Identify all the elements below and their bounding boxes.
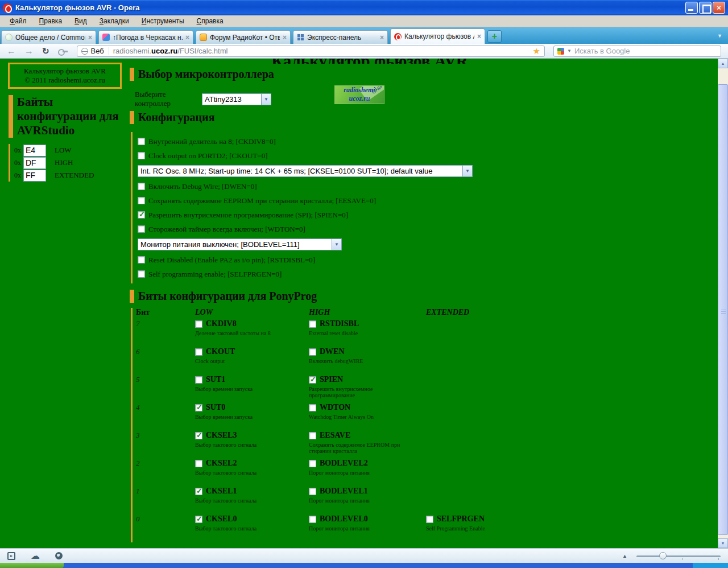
checkbox[interactable]: [138, 138, 145, 145]
config-option[interactable]: Clock output on PORTD2; [CKOUT=0]: [138, 149, 506, 163]
byte-row: 0x LOW: [14, 144, 94, 157]
config-select[interactable]: Монитор питания выключен; [BODLEVEL=111]…: [138, 238, 342, 250]
tab-close-icon[interactable]: ×: [283, 34, 287, 42]
search-field[interactable]: ▼: [553, 46, 721, 57]
fuse-checkbox[interactable]: [309, 376, 316, 384]
close-button[interactable]: ×: [713, 2, 725, 14]
scrollbar-thumb[interactable]: [718, 84, 728, 535]
tab-close-icon[interactable]: ×: [88, 34, 92, 42]
fuse-checkbox[interactable]: [309, 488, 316, 495]
new-tab-button[interactable]: +: [487, 30, 502, 43]
url-text: radioshemi.ucoz.ru/FUSI/calc.html: [113, 47, 228, 55]
config-select[interactable]: Int. RC Osc. 8 MHz; Start-up time: 14 CK…: [138, 165, 473, 177]
maximize-button[interactable]: [699, 2, 712, 14]
zoom-slider[interactable]: [636, 552, 721, 560]
mcu-select[interactable]: ATtiny2313 ▼: [202, 93, 271, 105]
menu-item[interactable]: Файл: [5, 16, 32, 26]
scroll-down-icon[interactable]: ▼: [718, 538, 728, 548]
address-field[interactable]: Веб radioshemi.ucoz.ru/FUSI/calc.html ★: [77, 46, 545, 57]
tab[interactable]: Форум РадиоКот • Отв... ×: [196, 30, 291, 44]
fuse-name: CKSEL0: [206, 515, 237, 524]
menu-item[interactable]: Инструменты: [136, 16, 189, 26]
byte-input[interactable]: [23, 170, 46, 182]
byte-input[interactable]: [23, 145, 46, 157]
fuse-checkbox[interactable]: [195, 516, 202, 523]
back-button[interactable]: ←: [7, 47, 16, 56]
config-option[interactable]: Сохранять содержимое EEPROM при стирании…: [138, 194, 506, 208]
fuse-checkbox[interactable]: [426, 516, 433, 523]
panels-toggle-icon[interactable]: ▸: [7, 552, 15, 560]
fuse-checkbox[interactable]: [309, 516, 316, 523]
menu-item[interactable]: Справка: [192, 16, 229, 26]
fuse-name: CKDIV8: [206, 319, 237, 328]
fuse-checkbox[interactable]: [195, 320, 202, 328]
byte-input[interactable]: [23, 157, 46, 169]
chevron-down-icon[interactable]: ▼: [261, 94, 271, 105]
config-option[interactable]: Reset Disabled (Enable PA2 as i/o pin); …: [138, 253, 506, 267]
fuse-description: Выбор времени запуска: [195, 386, 304, 392]
config-section-heading: Конфигурация: [130, 111, 214, 124]
fuse-checkbox[interactable]: [309, 432, 316, 439]
checkbox[interactable]: [138, 152, 145, 159]
scroll-up-icon[interactable]: ▲: [718, 59, 728, 68]
reload-button[interactable]: ↻: [42, 47, 49, 55]
checkbox[interactable]: [138, 256, 145, 264]
menu-bar: ФайлПравкаВидЗакладкиИнструментыСправка: [0, 15, 728, 27]
fuse-checkbox[interactable]: [309, 348, 316, 356]
config-option[interactable]: Внутренний делитель на 8; [CKDIV8=0]: [138, 134, 506, 149]
fuse-checkbox[interactable]: [195, 488, 202, 495]
fuse-checkbox[interactable]: [195, 432, 202, 439]
site-logo[interactable]: ОНИ radioshemi ucoz.ru: [334, 85, 384, 104]
tab-label: Общее дело / Common ...: [15, 34, 85, 42]
tab-close-icon[interactable]: ×: [380, 34, 384, 42]
tab[interactable]: Калькулятор фьюзов A... ×: [390, 28, 485, 44]
checkbox[interactable]: [138, 211, 145, 219]
config-option[interactable]: Сторожевой таймер всегда включен; [WDTON…: [138, 222, 506, 236]
chevron-down-icon[interactable]: ▼: [462, 166, 472, 176]
search-engine-dropdown-icon[interactable]: ▼: [567, 48, 572, 53]
tab-overflow-icon[interactable]: ▼: [717, 33, 722, 39]
fuse-checkbox[interactable]: [195, 348, 202, 356]
tab[interactable]: Общее дело / Common ... ×: [1, 30, 96, 44]
config-option[interactable]: Включить Debug Wire; [DWEN=0]: [138, 179, 506, 194]
checkbox[interactable]: [138, 197, 145, 204]
column-header: HIGH: [309, 308, 426, 319]
heading-accent-bar: [130, 290, 134, 303]
fuse-column-cell: BODLEVEL2 Порог монитора питания: [309, 459, 426, 487]
checkbox[interactable]: [138, 225, 145, 233]
fuse-description: Деление тактовой частоты на 8: [195, 330, 304, 336]
fuse-checkbox[interactable]: [195, 376, 202, 384]
fuse-checkbox[interactable]: [309, 320, 316, 328]
tab[interactable]: ↑Погода в Черкасах н... ×: [98, 30, 193, 44]
chevron-down-icon[interactable]: ▼: [332, 239, 341, 250]
minimize-button[interactable]: [685, 2, 698, 14]
opera-turbo-icon[interactable]: [55, 552, 63, 559]
opera-unite-icon[interactable]: ☁: [31, 551, 40, 561]
vertical-scrollbar[interactable]: ▲ ▼: [718, 59, 728, 548]
fuse-checkbox[interactable]: [309, 460, 316, 467]
fuse-checkbox[interactable]: [195, 404, 202, 411]
menu-item[interactable]: Вид: [69, 16, 92, 26]
fuse-bytes-panel: 0x LOW 0x HIGH 0x EXTENDED: [9, 144, 94, 182]
web-chip[interactable]: Веб: [81, 47, 109, 55]
fit-width-icon[interactable]: ▲: [622, 553, 627, 559]
search-input[interactable]: [574, 47, 717, 55]
checkbox[interactable]: [138, 270, 145, 278]
weather-icon: [102, 34, 110, 41]
menu-item[interactable]: Закладки: [94, 16, 134, 26]
bookmark-star-icon[interactable]: ★: [533, 46, 540, 56]
menu-item[interactable]: Правка: [34, 16, 68, 26]
tab[interactable]: Экспресс-панель ×: [293, 30, 388, 44]
fuse-description: Порог монитора питания: [309, 525, 418, 532]
forward-button[interactable]: →: [24, 47, 34, 56]
start-button-fragment[interactable]: [0, 563, 64, 568]
fuse-checkbox[interactable]: [309, 404, 316, 411]
config-option[interactable]: Self programming enable; [SELFPRGEN=0]: [138, 267, 506, 281]
fuse-checkbox[interactable]: [195, 460, 202, 467]
tab-close-icon[interactable]: ×: [185, 34, 189, 42]
tab-close-icon[interactable]: ×: [477, 32, 481, 40]
config-option[interactable]: Разрешить внутрисхемное программирование…: [138, 208, 506, 222]
password-wand-icon[interactable]: [58, 48, 68, 54]
checkbox[interactable]: [138, 183, 145, 190]
zoom-slider-thumb[interactable]: [659, 552, 667, 559]
